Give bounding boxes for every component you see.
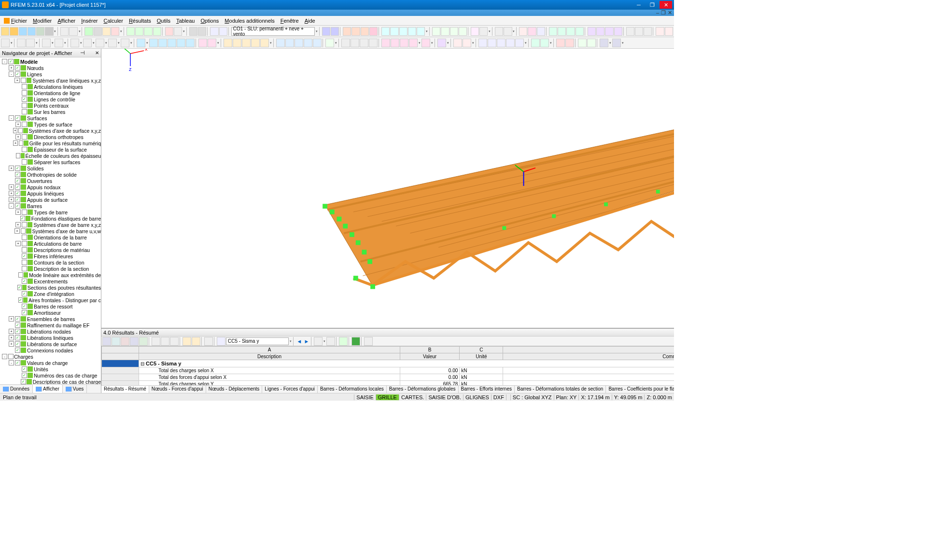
toolbar-button[interactable] — [558, 27, 566, 36]
toolbar-button[interactable] — [304, 39, 312, 47]
toolbar-button[interactable] — [635, 27, 643, 36]
toolbar-button[interactable] — [400, 39, 408, 47]
toolbar-button[interactable] — [495, 27, 503, 36]
menu-calculer[interactable]: Calculer — [101, 17, 126, 25]
results-tab[interactable]: Barres - Déformations globales — [387, 386, 459, 393]
toolbar-button[interactable] — [453, 39, 462, 47]
toolbar-button[interactable] — [96, 39, 104, 47]
toolbar-button[interactable] — [137, 39, 145, 47]
toolbar-button[interactable] — [158, 39, 167, 47]
tree-item[interactable]: +Systèmes d'axe de barre x,y,z — [0, 222, 101, 228]
toolbar-button[interactable] — [84, 27, 93, 36]
tree-item[interactable]: ✓Barres de ressort — [0, 303, 101, 309]
menu-outils[interactable]: Outils — [154, 17, 173, 25]
toolbar-button[interactable] — [36, 27, 44, 36]
tree-item[interactable]: -Charges — [0, 353, 101, 360]
toolbar-button[interactable] — [144, 27, 152, 36]
tree-item[interactable]: ✓Fondations élastiques de barre — [0, 215, 101, 222]
tree-item[interactable]: +✓Solides — [0, 165, 101, 171]
minimize-button[interactable]: ─ — [632, 1, 645, 9]
tree-item[interactable]: ✓Unités — [0, 366, 101, 372]
toolbar-button[interactable] — [459, 27, 467, 36]
navigator-close[interactable]: ✕ — [95, 50, 99, 56]
toolbar-button[interactable] — [497, 39, 506, 47]
toolbar-button[interactable] — [399, 27, 407, 36]
toolbar-button[interactable] — [556, 39, 565, 47]
toolbar-button[interactable] — [1, 27, 9, 36]
toolbar-button[interactable] — [528, 27, 536, 36]
toolbar-button[interactable] — [42, 39, 51, 47]
results-tool-button[interactable] — [112, 337, 120, 346]
doc-max[interactable]: ❐ — [661, 10, 666, 16]
toolbar-button[interactable] — [360, 39, 368, 47]
tree-item[interactable]: -✓Modèle — [0, 58, 101, 65]
toolbar-button[interactable] — [135, 27, 143, 36]
toolbar-button[interactable] — [26, 39, 35, 47]
results-tab[interactable]: Résultats - Résumé — [101, 386, 149, 393]
toolbar-button[interactable] — [600, 39, 608, 47]
tree-item[interactable]: Articulations linéiques — [0, 84, 101, 90]
menu-options[interactable]: Options — [197, 17, 222, 25]
toolbar-button[interactable] — [126, 27, 135, 36]
toolbar-button[interactable] — [19, 27, 27, 36]
nav-tab[interactable]: Afficher — [33, 385, 63, 393]
toolbar-button[interactable] — [242, 39, 251, 47]
results-tab[interactable]: Barres - Déformations locales — [318, 386, 387, 393]
nav-tab[interactable]: Vues — [63, 385, 87, 393]
toolbar-button[interactable] — [506, 39, 515, 47]
tree-item[interactable]: Mode linéaire aux extrémités de — [0, 272, 101, 278]
results-tab[interactable]: Lignes - Forces d'appui — [262, 386, 318, 393]
loadcase-combo[interactable]: CO1 - SLU: permanenti + neve + vento — [231, 27, 315, 36]
toolbar-button[interactable] — [417, 27, 425, 36]
tree-item[interactable]: -✓Surfaces — [0, 115, 101, 121]
toolbar-button[interactable] — [83, 39, 92, 47]
toolbar-button[interactable] — [588, 27, 596, 36]
tree-item[interactable]: -✓Lignes — [0, 71, 101, 77]
toolbar-button[interactable] — [198, 39, 207, 47]
menu-modifier[interactable]: Modifier — [30, 17, 55, 25]
toolbar-button[interactable] — [409, 39, 418, 47]
project-tree[interactable]: -✓Modèle+✓Nœuds-✓Lignes+Systèmes d'axe l… — [0, 57, 101, 384]
toolbar-button[interactable] — [369, 39, 378, 47]
results-table[interactable]: ABCDDescriptionValeurUnitéCommentaire⊟ C… — [101, 346, 674, 385]
results-tool-button[interactable] — [217, 337, 225, 346]
tree-item[interactable]: +✓Appuis linéiques — [0, 190, 101, 196]
tree-item[interactable]: +Types de barre — [0, 209, 101, 215]
toolbar-button[interactable] — [94, 27, 102, 36]
toolbar-button[interactable] — [208, 39, 216, 47]
menu-afficher[interactable]: Afficher — [55, 17, 78, 25]
toolbar-button[interactable] — [463, 39, 471, 47]
toolbar-button[interactable] — [233, 39, 241, 47]
tree-item[interactable]: +✓Libérations de surface — [0, 341, 101, 347]
tree-item[interactable]: Épaisseur de la surface — [0, 146, 101, 153]
tree-item[interactable]: +Systèmes d'axe de barre u,v,w — [0, 228, 101, 234]
toolbar-button[interactable] — [549, 27, 557, 36]
toolbar-button[interactable] — [614, 27, 622, 36]
toolbar-button[interactable] — [219, 27, 227, 36]
tree-item[interactable]: Séparer les surfaces — [0, 159, 101, 165]
tree-item[interactable]: +✓Nœuds — [0, 65, 101, 71]
toolbar-button[interactable] — [587, 39, 596, 47]
toolbar-button[interactable] — [566, 27, 575, 36]
toolbar-button[interactable] — [351, 39, 359, 47]
toolbar-button[interactable] — [149, 39, 158, 47]
results-tool-button[interactable] — [130, 337, 139, 346]
tree-item[interactable]: ✓Aires frontales - Distinguer par c — [0, 297, 101, 303]
results-tool-button[interactable] — [192, 337, 200, 346]
tree-item[interactable]: ✓Ouvertures — [0, 178, 101, 184]
menu-modules additionnels[interactable]: Modules additionnels — [222, 17, 277, 25]
toolbar-button[interactable] — [313, 39, 322, 47]
results-tool-button[interactable] — [102, 337, 111, 346]
toolbar-button[interactable] — [390, 27, 398, 36]
toolbar-button[interactable] — [408, 27, 416, 36]
tree-item[interactable]: ✓Descriptions de cas de charge — [0, 378, 101, 384]
tree-item[interactable]: Contours de la section — [0, 259, 101, 266]
toolbar-button[interactable] — [540, 39, 549, 47]
tree-item[interactable]: Orientations de ligne — [0, 90, 101, 96]
tree-item[interactable]: Description de la section — [0, 266, 101, 272]
tree-item[interactable]: +✓Ensembles de barres — [0, 316, 101, 322]
toolbar-button[interactable] — [17, 39, 26, 47]
toolbar-button[interactable] — [381, 27, 390, 36]
toolbar-button[interactable] — [108, 39, 117, 47]
tree-item[interactable]: ✓Connexions nodales — [0, 347, 101, 353]
